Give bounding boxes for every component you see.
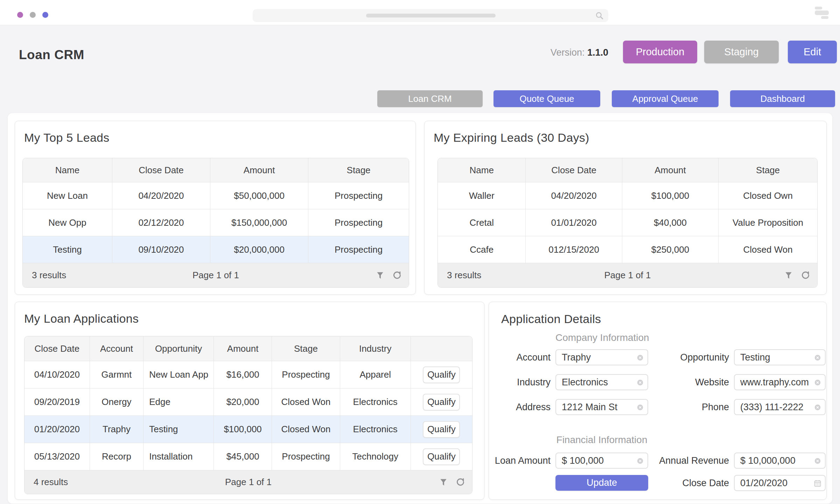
cell-stage: Closed Won	[272, 388, 340, 415]
account-field[interactable]: Traphy	[555, 349, 648, 365]
cell-close-date: 09/20/2019	[24, 388, 90, 415]
update-button[interactable]: Update	[555, 475, 648, 491]
version-value: 1.1.0	[587, 47, 608, 58]
qualify-button[interactable]: Qualify	[423, 448, 460, 465]
expiring-leads-panel: My Expiring Leads (30 Days) Name Close D…	[424, 121, 827, 295]
clear-icon[interactable]	[814, 457, 821, 466]
table-footer: 3 results Page 1 of 1	[438, 263, 817, 287]
table-footer: 4 results Page 1 of 1	[24, 470, 472, 494]
clear-icon[interactable]	[814, 354, 821, 363]
cell-name: New Opp	[23, 209, 112, 236]
table-row-selected[interactable]: Testing 09/10/2020 $20,000,000 Prospecti…	[23, 236, 409, 263]
column-header: Close Date	[24, 336, 90, 361]
window-dot-indigo[interactable]	[42, 12, 48, 18]
expiring-leads-table: Name Close Date Amount Stage Waller 04/2…	[438, 158, 818, 288]
cell-amount: $100,000	[622, 182, 719, 209]
clear-icon[interactable]	[814, 379, 821, 388]
calendar-icon[interactable]	[813, 479, 822, 489]
qualify-button[interactable]: Qualify	[423, 366, 460, 383]
annual-revenue-field[interactable]: $ 10,000,000	[734, 453, 826, 469]
tab-dashboard[interactable]: Dashboard	[730, 90, 835, 107]
cell-opportunity: Edge	[144, 388, 214, 415]
cell-name: Cretal	[438, 209, 526, 236]
table-row[interactable]: New Opp 02/12/2020 $150,000,000 Prospect…	[23, 209, 409, 236]
search-icon[interactable]	[595, 11, 604, 20]
table-row[interactable]: 09/20/2019 Onergy Edge $20,000 Closed Wo…	[24, 388, 472, 415]
cell-industry: Apparel	[340, 361, 411, 388]
phone-field[interactable]: (333) 111-2222	[734, 399, 826, 415]
clear-icon[interactable]	[814, 404, 821, 413]
website-value: www.traphy.com	[740, 375, 809, 390]
website-field[interactable]: www.traphy.com	[734, 374, 826, 390]
cell-stage: Prospecting	[308, 182, 409, 209]
filter-icon[interactable]	[439, 478, 448, 487]
cell-stage: Value Proposition	[719, 209, 817, 236]
version-info: Version: 1.1.0	[549, 47, 608, 58]
cell-stage: Closed Won	[719, 236, 817, 263]
cell-opportunity: Testing	[144, 416, 214, 443]
table-row-selected[interactable]: 01/20/2020 Traphy Testing $100,000 Close…	[24, 415, 472, 443]
table-header-row: Close Date Account Opportunity Amount St…	[24, 336, 472, 361]
column-header: Amount	[622, 158, 719, 182]
close-date-field[interactable]: 01/20/2020	[734, 475, 826, 491]
qualify-button[interactable]: Qualify	[423, 421, 460, 438]
table-footer: 3 results Page 1 of 1	[23, 263, 409, 287]
loan-applications-panel: My Loan Applications Close Date Account …	[15, 302, 484, 500]
close-date-label: Close Date	[636, 475, 729, 491]
loan-amount-value: $ 100,000	[562, 453, 604, 468]
table-row[interactable]: Cretal 01/01/2020 $40,000 Value Proposit…	[438, 209, 817, 236]
results-count: 3 results	[447, 270, 481, 281]
cell-amount: $150,000,000	[210, 209, 308, 236]
edit-button[interactable]: Edit	[788, 41, 837, 63]
tab-loan-crm[interactable]: Loan CRM	[377, 90, 483, 107]
address-field[interactable]: 1212 Main St	[555, 399, 648, 415]
cell-close-date: 012/15/2020	[526, 236, 622, 263]
industry-field[interactable]: Electronics	[555, 374, 648, 390]
address-label: Address	[489, 399, 551, 415]
column-header: Stage	[272, 336, 340, 361]
column-header: Amount	[210, 158, 308, 182]
cell-industry: Electronics	[340, 388, 411, 415]
cell-close-date: 04/10/2020	[24, 361, 90, 388]
staging-button[interactable]: Staging	[704, 41, 779, 63]
account-label: Account	[489, 349, 551, 365]
tab-quote-queue[interactable]: Quote Queue	[493, 90, 600, 107]
filter-icon[interactable]	[376, 271, 385, 280]
loan-applications-table: Close Date Account Opportunity Amount St…	[24, 336, 472, 494]
table-row[interactable]: 05/13/2020 Recorp Installation $45,000 P…	[24, 443, 472, 470]
refresh-icon[interactable]	[801, 271, 810, 280]
cell-account: Recorp	[90, 443, 144, 470]
column-header: Stage	[308, 158, 409, 182]
table-row[interactable]: 04/10/2020 Garmnt New Loan App $16,000 P…	[24, 361, 472, 388]
cell-name: New Loan	[23, 182, 112, 209]
tab-approval-queue[interactable]: Approval Queue	[612, 90, 719, 107]
page-indicator: Page 1 of 1	[438, 270, 817, 281]
table-row[interactable]: Waller 04/20/2020 $100,000 Closed Own	[438, 182, 817, 209]
address-value: 1212 Main St	[562, 400, 617, 414]
expiring-leads-title: My Expiring Leads (30 Days)	[434, 131, 589, 145]
address-search-input[interactable]	[253, 9, 608, 22]
browser-menu-icon[interactable]	[815, 7, 830, 19]
cell-industry: Technology	[340, 443, 411, 470]
cell-amount: $20,000	[214, 388, 272, 415]
cell-name: Ccafe	[438, 236, 526, 263]
annual-revenue-value: $ 10,000,000	[740, 453, 796, 468]
filter-icon[interactable]	[784, 271, 793, 280]
column-header: Close Date	[112, 158, 210, 182]
cell-close-date: 05/13/2020	[24, 443, 90, 470]
table-row[interactable]: Ccafe 012/15/2020 $250,000 Closed Won	[438, 236, 817, 263]
refresh-icon[interactable]	[392, 271, 402, 280]
opportunity-field[interactable]: Testing	[734, 349, 826, 365]
loan-amount-field[interactable]: $ 100,000	[555, 453, 648, 469]
cell-stage: Closed Own	[719, 182, 817, 209]
cell-industry: Electronics	[340, 416, 411, 443]
browser-topbar	[0, 0, 840, 25]
window-dot-gray[interactable]	[30, 12, 36, 18]
results-count: 3 results	[32, 270, 66, 281]
production-button[interactable]: Production	[623, 41, 697, 63]
cell-amount: $250,000	[622, 236, 719, 263]
window-dot-purple[interactable]	[17, 12, 23, 18]
refresh-icon[interactable]	[456, 477, 465, 487]
qualify-button[interactable]: Qualify	[423, 394, 460, 411]
table-row[interactable]: New Loan 04/20/2020 $50,000,000 Prospect…	[23, 182, 409, 209]
